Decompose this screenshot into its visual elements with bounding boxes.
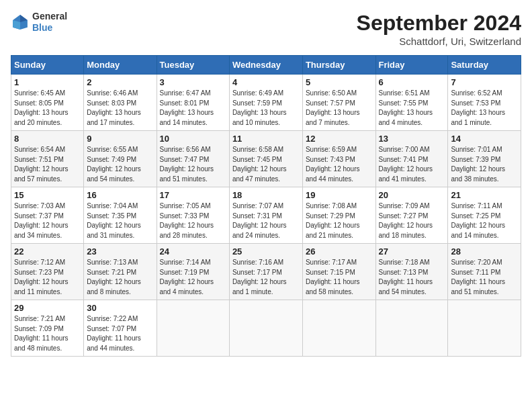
day-info: Sunrise: 7:21 AM Sunset: 7:09 PM Dayligh…: [14, 314, 81, 353]
day-info: Sunrise: 7:18 AM Sunset: 7:13 PM Dayligh…: [379, 258, 445, 297]
calendar-cell: 23Sunrise: 7:13 AM Sunset: 7:21 PM Dayli…: [84, 244, 157, 300]
calendar-cell: 2Sunrise: 6:46 AM Sunset: 8:03 PM Daylig…: [84, 75, 157, 131]
day-number: 6: [379, 77, 445, 87]
day-number: 20: [379, 190, 445, 200]
day-number: 19: [306, 190, 373, 200]
calendar-cell: 10Sunrise: 6:56 AM Sunset: 7:47 PM Dayli…: [157, 131, 229, 187]
day-info: Sunrise: 6:54 AM Sunset: 7:51 PM Dayligh…: [14, 145, 81, 184]
day-info: Sunrise: 7:12 AM Sunset: 7:23 PM Dayligh…: [14, 258, 81, 297]
day-number: 11: [232, 134, 300, 144]
calendar-cell: 12Sunrise: 6:59 AM Sunset: 7:43 PM Dayli…: [302, 131, 375, 187]
calendar-cell: 5Sunrise: 6:50 AM Sunset: 7:57 PM Daylig…: [302, 75, 375, 131]
day-number: 28: [451, 246, 518, 257]
calendar-cell: 17Sunrise: 7:05 AM Sunset: 7:33 PM Dayli…: [157, 187, 229, 244]
calendar-cell: 1Sunrise: 6:45 AM Sunset: 8:05 PM Daylig…: [11, 75, 84, 131]
day-info: Sunrise: 6:56 AM Sunset: 7:47 PM Dayligh…: [160, 145, 226, 184]
day-number: 12: [306, 134, 373, 144]
day-info: Sunrise: 7:16 AM Sunset: 7:17 PM Dayligh…: [232, 258, 300, 297]
calendar-cell: 11Sunrise: 6:58 AM Sunset: 7:45 PM Dayli…: [229, 131, 302, 187]
logo-icon: [11, 13, 30, 32]
day-info: Sunrise: 6:51 AM Sunset: 7:55 PM Dayligh…: [379, 89, 445, 128]
calendar-cell: [302, 300, 375, 357]
day-info: Sunrise: 7:13 AM Sunset: 7:21 PM Dayligh…: [87, 258, 153, 297]
day-number: 10: [160, 134, 226, 144]
calendar-cell: 14Sunrise: 7:01 AM Sunset: 7:39 PM Dayli…: [448, 131, 521, 187]
day-number: 3: [160, 77, 226, 87]
day-info: Sunrise: 6:55 AM Sunset: 7:49 PM Dayligh…: [87, 145, 153, 184]
calendar-cell: 8Sunrise: 6:54 AM Sunset: 7:51 PM Daylig…: [11, 131, 84, 187]
logo: General Blue: [11, 11, 67, 34]
day-info: Sunrise: 6:58 AM Sunset: 7:45 PM Dayligh…: [232, 145, 300, 184]
calendar-cell: 16Sunrise: 7:04 AM Sunset: 7:35 PM Dayli…: [84, 187, 157, 244]
day-number: 23: [87, 246, 153, 257]
logo-general: General: [32, 11, 67, 22]
col-header-saturday: Saturday: [448, 56, 521, 75]
calendar-cell: 27Sunrise: 7:18 AM Sunset: 7:13 PM Dayli…: [375, 244, 448, 300]
day-number: 15: [14, 190, 81, 200]
calendar-cell: [375, 300, 448, 357]
day-info: Sunrise: 7:01 AM Sunset: 7:39 PM Dayligh…: [451, 145, 518, 184]
day-number: 16: [87, 190, 153, 200]
day-number: 5: [306, 77, 373, 87]
calendar-cell: 7Sunrise: 6:52 AM Sunset: 7:53 PM Daylig…: [448, 75, 521, 131]
calendar-cell: 22Sunrise: 7:12 AM Sunset: 7:23 PM Dayli…: [11, 244, 84, 300]
col-header-monday: Monday: [84, 56, 157, 75]
day-info: Sunrise: 7:09 AM Sunset: 7:27 PM Dayligh…: [379, 201, 445, 240]
day-info: Sunrise: 6:47 AM Sunset: 8:01 PM Dayligh…: [160, 89, 226, 128]
day-info: Sunrise: 6:59 AM Sunset: 7:43 PM Dayligh…: [306, 145, 373, 184]
day-info: Sunrise: 7:11 AM Sunset: 7:25 PM Dayligh…: [451, 201, 518, 240]
day-number: 27: [379, 246, 445, 257]
calendar-cell: 13Sunrise: 7:00 AM Sunset: 7:41 PM Dayli…: [375, 131, 448, 187]
day-number: 17: [160, 190, 226, 200]
day-number: 22: [14, 246, 81, 257]
calendar-table: SundayMondayTuesdayWednesdayThursdayFrid…: [11, 55, 521, 357]
day-number: 7: [451, 77, 518, 87]
day-info: Sunrise: 6:45 AM Sunset: 8:05 PM Dayligh…: [14, 89, 81, 128]
calendar-cell: [229, 300, 302, 357]
day-info: Sunrise: 7:22 AM Sunset: 7:07 PM Dayligh…: [87, 314, 153, 353]
title-block: September 2024 Schattdorf, Uri, Switzerl…: [357, 11, 521, 47]
day-info: Sunrise: 7:20 AM Sunset: 7:11 PM Dayligh…: [451, 258, 518, 297]
calendar-cell: 29Sunrise: 7:21 AM Sunset: 7:09 PM Dayli…: [11, 300, 84, 357]
calendar-cell: 9Sunrise: 6:55 AM Sunset: 7:49 PM Daylig…: [84, 131, 157, 187]
month-title: September 2024: [357, 11, 521, 36]
day-info: Sunrise: 6:49 AM Sunset: 7:59 PM Dayligh…: [232, 89, 300, 128]
day-number: 18: [232, 190, 300, 200]
calendar-week-5: 29Sunrise: 7:21 AM Sunset: 7:09 PM Dayli…: [11, 300, 521, 357]
day-number: 30: [87, 303, 153, 313]
logo-blue: Blue: [32, 22, 67, 34]
day-info: Sunrise: 7:05 AM Sunset: 7:33 PM Dayligh…: [160, 201, 226, 240]
calendar-cell: 21Sunrise: 7:11 AM Sunset: 7:25 PM Dayli…: [448, 187, 521, 244]
calendar-week-4: 22Sunrise: 7:12 AM Sunset: 7:23 PM Dayli…: [11, 244, 521, 300]
day-info: Sunrise: 7:00 AM Sunset: 7:41 PM Dayligh…: [379, 145, 445, 184]
day-number: 2: [87, 77, 153, 87]
col-header-thursday: Thursday: [302, 56, 375, 75]
day-info: Sunrise: 7:14 AM Sunset: 7:19 PM Dayligh…: [160, 258, 226, 297]
col-header-sunday: Sunday: [11, 56, 84, 75]
calendar-cell: 15Sunrise: 7:03 AM Sunset: 7:37 PM Dayli…: [11, 187, 84, 244]
calendar-week-2: 8Sunrise: 6:54 AM Sunset: 7:51 PM Daylig…: [11, 131, 521, 187]
page-header: General Blue September 2024 Schattdorf, …: [11, 11, 521, 47]
day-info: Sunrise: 7:04 AM Sunset: 7:35 PM Dayligh…: [87, 201, 153, 240]
calendar-cell: 3Sunrise: 6:47 AM Sunset: 8:01 PM Daylig…: [157, 75, 229, 131]
col-header-friday: Friday: [375, 56, 448, 75]
day-number: 8: [14, 134, 81, 144]
location-subtitle: Schattdorf, Uri, Switzerland: [357, 36, 521, 47]
calendar-cell: 6Sunrise: 6:51 AM Sunset: 7:55 PM Daylig…: [375, 75, 448, 131]
day-number: 14: [451, 134, 518, 144]
calendar-cell: 30Sunrise: 7:22 AM Sunset: 7:07 PM Dayli…: [84, 300, 157, 357]
calendar-cell: 20Sunrise: 7:09 AM Sunset: 7:27 PM Dayli…: [375, 187, 448, 244]
day-number: 26: [306, 246, 373, 257]
day-number: 25: [232, 246, 300, 257]
day-info: Sunrise: 7:07 AM Sunset: 7:31 PM Dayligh…: [232, 201, 300, 240]
calendar-header: SundayMondayTuesdayWednesdayThursdayFrid…: [11, 56, 521, 75]
calendar-cell: 26Sunrise: 7:17 AM Sunset: 7:15 PM Dayli…: [302, 244, 375, 300]
col-header-tuesday: Tuesday: [157, 56, 229, 75]
calendar-cell: 24Sunrise: 7:14 AM Sunset: 7:19 PM Dayli…: [157, 244, 229, 300]
day-info: Sunrise: 7:17 AM Sunset: 7:15 PM Dayligh…: [306, 258, 373, 297]
day-info: Sunrise: 6:50 AM Sunset: 7:57 PM Dayligh…: [306, 89, 373, 128]
calendar-cell: [157, 300, 229, 357]
day-info: Sunrise: 7:03 AM Sunset: 7:37 PM Dayligh…: [14, 201, 81, 240]
calendar-cell: 18Sunrise: 7:07 AM Sunset: 7:31 PM Dayli…: [229, 187, 302, 244]
day-info: Sunrise: 6:52 AM Sunset: 7:53 PM Dayligh…: [451, 89, 518, 128]
